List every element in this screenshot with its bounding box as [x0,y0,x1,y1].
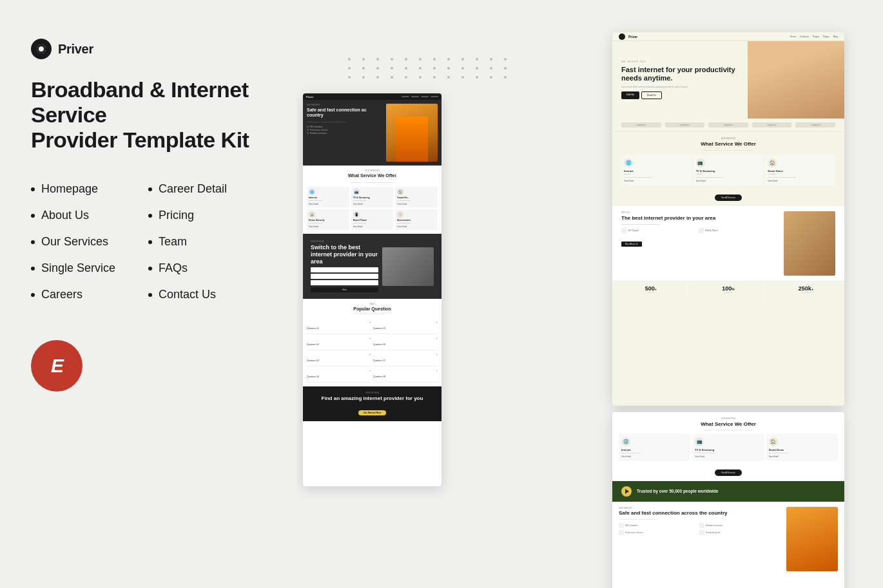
see-all-btn[interactable]: See All Services [715,194,742,201]
nav-item-careers[interactable]: Careers [31,281,148,308]
kit-title: Broadband & Internet Service Provider Te… [31,77,266,153]
nav-item-pricing[interactable]: Pricing [148,202,266,229]
nav-col-left: Homepage About Us Our Services Single Se… [31,176,148,308]
left-panel: Priver Broadband & Internet Service Prov… [0,0,296,588]
nav-bullet [148,267,152,270]
nav-bullet [148,187,152,191]
switch-input-1[interactable] [311,267,378,272]
switch-submit[interactable]: Next [311,287,378,292]
hp-call-btn[interactable]: Call Us [621,91,639,99]
nav-item-services[interactable]: Our Services [31,229,148,255]
brand: Priver [31,39,266,59]
nav-bullet [148,240,152,244]
brand-icon [31,39,52,59]
find-btn[interactable]: Get Started Now [358,410,386,415]
nav-bullet [31,293,35,297]
nav-bullet [31,187,35,191]
switch-input-3[interactable] [311,280,378,285]
nav-item-faqs[interactable]: FAQs [148,255,266,281]
nav-bullet [148,293,152,297]
nav-item-career-detail[interactable]: Career Detail [148,176,266,202]
nav-bullet [31,267,35,270]
nav-item-single[interactable]: Single Service [31,255,148,281]
hp-email-btn[interactable]: Email Us [641,91,662,99]
nav-item-homepage[interactable]: Homepage [31,176,148,202]
nav-columns: Homepage About Us Our Services Single Se… [31,176,266,308]
nav-bullet [148,214,152,218]
nav-item-contact[interactable]: Contact Us [148,281,266,308]
about-see-all[interactable]: See All Services [715,469,742,476]
switch-input-2[interactable] [311,274,378,279]
about-preview: OUR SERVICES What Service We Offer Lorem… [612,412,844,588]
homepage-preview: Priver Home Features Pages Pages Blog WE… [612,32,844,406]
service-preview: Priver OUR SERVICE Safe and fast connect… [303,93,442,486]
nav-bullet [31,240,35,244]
hp-more-btn[interactable]: More About Us [621,242,642,247]
brand-name: Priver [58,42,93,57]
nav-bullet [31,214,35,218]
elementor-badge: E [31,340,82,392]
nav-item-team[interactable]: Team [148,229,266,255]
nav-col-right: Career Detail Pricing Team FAQs Contact … [148,176,266,308]
nav-item-about[interactable]: About Us [31,202,148,229]
